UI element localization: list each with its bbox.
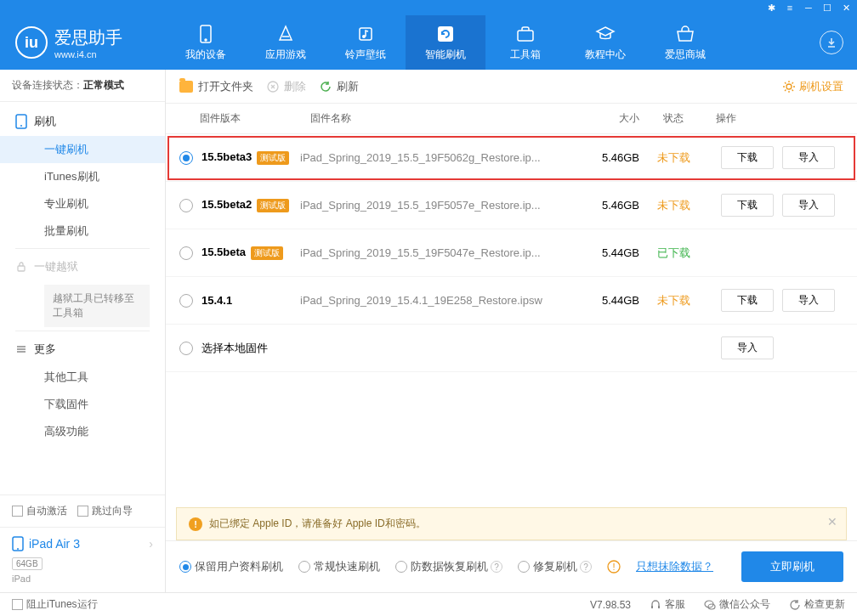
download-button[interactable]: 下载 (721, 146, 774, 169)
svg-point-16 (786, 84, 792, 89)
svg-rect-20 (658, 606, 660, 608)
sidebar-batch-flash[interactable]: 批量刷机 (0, 218, 165, 245)
music-icon (355, 24, 376, 44)
table-row[interactable]: 15.5beta3测试版 iPad_Spring_2019_15.5_19F50… (166, 134, 857, 182)
row-actions: 导入 (707, 336, 843, 359)
sidebar-options: 自动激活 跳过向导 (0, 495, 165, 527)
help-icon[interactable]: ? (580, 561, 592, 573)
col-version-header: 固件版本 (200, 111, 310, 126)
option-repair[interactable]: 修复刷机? (518, 559, 592, 574)
nav-ringtones[interactable]: 铃声壁纸 (326, 15, 406, 70)
row-radio[interactable] (179, 294, 193, 308)
row-filename: iPad_Spring_2019_15.5_19F5062g_Restore.i… (300, 151, 571, 164)
row-radio[interactable] (179, 151, 193, 165)
row-size: 5.46GB (571, 199, 639, 212)
download-button[interactable]: 下载 (721, 194, 774, 217)
maximize-icon[interactable]: ☐ (821, 2, 833, 14)
sidebar: 设备连接状态：正常模式 刷机 一键刷机 iTunes刷机 专业刷机 批量刷机 一… (0, 70, 166, 592)
option-keep-data[interactable]: 保留用户资料刷机 (179, 559, 283, 574)
nav-store[interactable]: 爱思商城 (645, 15, 725, 70)
wechat-link[interactable]: 微信公众号 (704, 597, 770, 612)
minimize-icon[interactable]: ─ (803, 2, 814, 14)
device-status: 设备连接状态：正常模式 (0, 70, 165, 102)
download-button[interactable]: 下载 (721, 289, 774, 312)
titlebar: ✱ ≡ ─ ☐ ✕ (0, 0, 857, 15)
top-nav: 我的设备 应用游戏 铃声壁纸 智能刷机 工具箱 教程中心 爱思商城 (166, 15, 806, 70)
beta-tag: 测试版 (257, 151, 289, 165)
sidebar-jailbreak-note: 越狱工具已转移至工具箱 (44, 285, 150, 327)
sidebar-pro-flash[interactable]: 专业刷机 (0, 190, 165, 218)
sidebar-more-header[interactable]: 更多 (0, 335, 165, 364)
auto-activate-checkbox[interactable]: 自动激活 (12, 504, 67, 518)
beta-tag: 测试版 (257, 199, 289, 212)
row-status: 已下载 (639, 246, 707, 261)
delete-icon (267, 81, 279, 93)
block-itunes-checkbox[interactable]: 阻止iTunes运行 (12, 597, 98, 612)
row-size: 5.44GB (571, 246, 639, 259)
folder-icon (179, 81, 193, 93)
logo-url: www.i4.cn (54, 49, 122, 59)
svg-rect-19 (651, 606, 653, 608)
nav-my-device[interactable]: 我的设备 (166, 15, 246, 70)
flash-now-button[interactable]: 立即刷机 (741, 551, 843, 582)
device-type: iPad (12, 574, 153, 584)
version-label: V7.98.53 (590, 597, 631, 612)
menu-icon[interactable]: ≡ (784, 2, 796, 14)
row-radio[interactable] (179, 199, 193, 212)
sidebar-advanced[interactable]: 高级功能 (0, 418, 165, 445)
option-anti-recovery[interactable]: 防数据恢复刷机? (395, 559, 502, 574)
import-button[interactable]: 导入 (721, 336, 774, 359)
flash-settings-button[interactable]: 刷机设置 (782, 79, 843, 94)
sidebar-itunes-flash[interactable]: iTunes刷机 (0, 163, 165, 190)
row-radio[interactable] (179, 246, 193, 260)
row-status: 未下载 (639, 293, 707, 308)
col-action-header: 操作 (707, 111, 843, 126)
device-icon (196, 24, 216, 44)
svg-point-8 (20, 125, 22, 127)
option-fast[interactable]: 常规快速刷机 (298, 559, 380, 574)
sidebar-flash-header[interactable]: 刷机 (0, 107, 165, 136)
headset-icon (650, 599, 661, 611)
device-info[interactable]: iPad Air 3› 64GB iPad (0, 527, 165, 592)
sidebar-download-firmware[interactable]: 下载固件 (0, 391, 165, 418)
nav-apps[interactable]: 应用游戏 (246, 15, 326, 70)
help-icon[interactable]: ? (491, 561, 502, 573)
alert-close-button[interactable]: ✕ (827, 515, 837, 528)
open-folder-button[interactable]: 打开文件夹 (179, 79, 253, 94)
refresh-icon (435, 24, 456, 44)
nav-flash[interactable]: 智能刷机 (406, 15, 485, 70)
chevron-right-icon: › (149, 537, 153, 551)
nav-toolbox[interactable]: 工具箱 (485, 15, 565, 70)
row-radio[interactable] (179, 342, 193, 355)
apps-icon (275, 24, 296, 44)
sidebar-other-tools[interactable]: 其他工具 (0, 364, 165, 391)
import-button[interactable]: 导入 (782, 146, 835, 169)
close-icon[interactable]: ✕ (840, 2, 852, 14)
erase-data-link[interactable]: 只想抹除数据？ (636, 559, 713, 574)
support-link[interactable]: 客服 (650, 597, 685, 612)
table-row[interactable]: 15.4.1 iPad_Spring_2019_15.4.1_19E258_Re… (166, 277, 857, 325)
flash-options-bar: 保留用户资料刷机 常规快速刷机 防数据恢复刷机? 修复刷机? ! 只想抹除数据？… (166, 540, 857, 592)
row-version: 15.5beta3测试版 (201, 150, 300, 165)
sidebar-oneclick-flash[interactable]: 一键刷机 (0, 136, 165, 163)
table-row-local[interactable]: 选择本地固件 导入 (166, 325, 857, 372)
gear-icon (782, 80, 796, 93)
import-button[interactable]: 导入 (782, 289, 835, 312)
row-filename: iPad_Spring_2019_15.5_19F5057e_Restore.i… (300, 199, 571, 212)
wechat-icon (704, 599, 716, 611)
table-row[interactable]: 15.5beta2测试版 iPad_Spring_2019_15.5_19F50… (166, 182, 857, 229)
download-indicator[interactable] (806, 31, 857, 54)
toolbar: 打开文件夹 删除 刷新 刷机设置 (166, 70, 857, 104)
col-size-header: 大小 (571, 111, 639, 126)
refresh-button[interactable]: 刷新 (320, 79, 359, 94)
svg-rect-9 (18, 266, 25, 271)
settings-icon[interactable]: ✱ (765, 2, 777, 14)
device-capacity-badge: 64GB (12, 557, 43, 570)
skip-guide-checkbox[interactable]: 跳过向导 (77, 504, 133, 518)
check-update-link[interactable]: 检查更新 (789, 597, 845, 612)
import-button[interactable]: 导入 (782, 194, 835, 217)
table-row[interactable]: 15.5beta测试版 iPad_Spring_2019_15.5_19F504… (166, 229, 857, 277)
nav-tutorials[interactable]: 教程中心 (565, 15, 645, 70)
store-icon (675, 24, 695, 44)
info-icon: ! (607, 560, 621, 574)
